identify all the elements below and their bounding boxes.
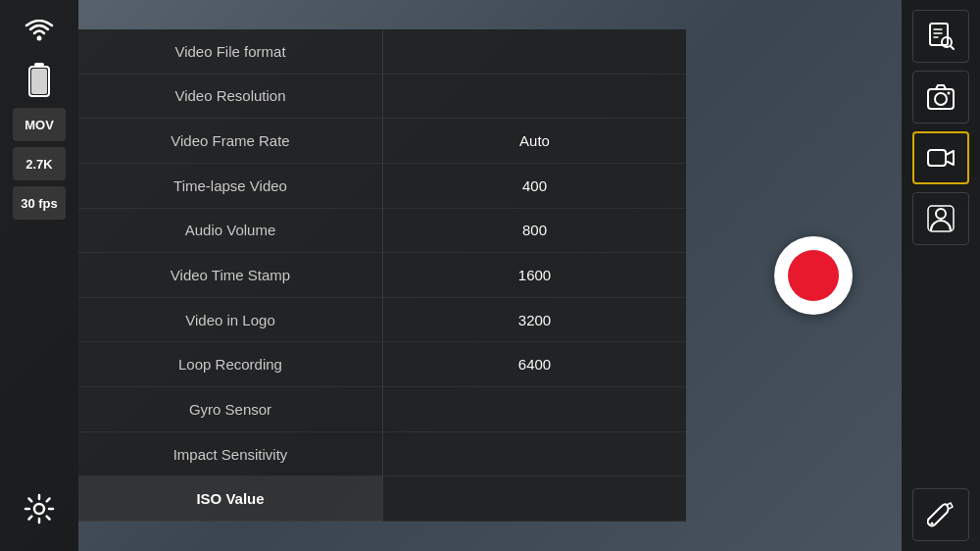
- svg-rect-3: [31, 69, 47, 94]
- menu-value-timelapse-video[interactable]: 400: [383, 164, 686, 209]
- resolution-badge[interactable]: 2.7K: [13, 147, 66, 180]
- svg-point-9: [948, 92, 951, 95]
- menu-value-video-frame-rate[interactable]: Auto: [383, 119, 686, 164]
- menu-value-loop-recording[interactable]: 6400: [383, 342, 686, 387]
- fps-badge[interactable]: 30 fps: [13, 186, 66, 220]
- menu-value-video-in-logo[interactable]: 3200: [383, 298, 686, 343]
- svg-point-8: [935, 93, 947, 105]
- wrench-icon[interactable]: [912, 488, 969, 541]
- format-badge[interactable]: MOV: [13, 108, 66, 141]
- menu-value-video-resolution[interactable]: [383, 75, 686, 120]
- menu-item-impact-sensitivity[interactable]: Impact Sensitivity: [78, 432, 382, 477]
- menu-item-video-file-format[interactable]: Video File format: [78, 29, 382, 75]
- svg-rect-10: [928, 150, 946, 166]
- menu-item-video-time-stamp[interactable]: Video Time Stamp: [78, 253, 382, 298]
- menu-labels: Video File format Video Resolution Video…: [78, 29, 382, 522]
- svg-point-4: [34, 504, 44, 514]
- person-icon[interactable]: [912, 192, 969, 245]
- photo-icon[interactable]: [912, 71, 969, 124]
- wifi-icon[interactable]: [13, 10, 66, 53]
- svg-point-0: [37, 36, 42, 41]
- menu-values: Auto 400 800 1600 3200 6400: [382, 29, 686, 522]
- menu-value-impact-sensitivity[interactable]: [383, 432, 686, 477]
- menu-item-gyro-sensor[interactable]: Gyro Sensor: [78, 387, 382, 432]
- menu-value-gyro-sensor[interactable]: [383, 387, 686, 432]
- menu-value-video-file-format[interactable]: [383, 29, 686, 75]
- menu-item-video-in-logo[interactable]: Video in Logo: [78, 298, 382, 343]
- menu-panel: Video File format Video Resolution Video…: [78, 29, 686, 522]
- menu-item-video-frame-rate[interactable]: Video Frame Rate: [78, 119, 382, 164]
- left-sidebar: MOV 2.7K 30 fps: [0, 0, 78, 551]
- menu-item-loop-recording[interactable]: Loop Recording: [78, 342, 382, 387]
- menu-value-video-time-stamp[interactable]: 1600: [383, 253, 686, 298]
- menu-value-iso-value[interactable]: [383, 476, 686, 522]
- battery-icon: [13, 59, 66, 102]
- record-button[interactable]: [774, 236, 853, 315]
- svg-rect-5: [930, 24, 948, 45]
- file-search-icon[interactable]: [912, 10, 969, 63]
- svg-point-13: [931, 523, 934, 526]
- record-inner-circle: [788, 250, 839, 301]
- svg-point-11: [936, 209, 946, 219]
- menu-item-audio-volume[interactable]: Audio Volume: [78, 209, 382, 254]
- menu-item-video-resolution[interactable]: Video Resolution: [78, 75, 382, 120]
- video-record-icon[interactable]: [912, 131, 969, 184]
- menu-item-iso-value[interactable]: ISO Value: [78, 476, 382, 522]
- menu-item-timelapse-video[interactable]: Time-lapse Video: [78, 164, 382, 209]
- settings-icon[interactable]: [13, 482, 66, 535]
- right-sidebar: [902, 0, 980, 551]
- menu-value-audio-volume[interactable]: 800: [383, 209, 686, 254]
